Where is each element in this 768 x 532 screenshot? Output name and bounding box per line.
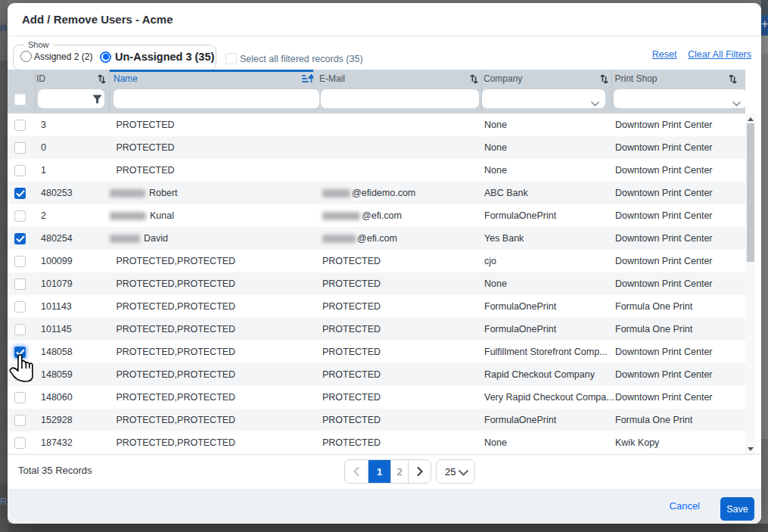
scroll-up-arrow[interactable] [745, 114, 755, 124]
cell-email: @efi.com [313, 227, 481, 250]
table-row[interactable]: 101145PROTECTED,PROTECTEDPROTECTEDFormul… [8, 318, 745, 341]
table-header: IDNameE-MailCompanyPrint Shop [8, 70, 745, 114]
column-header-printshop[interactable]: Print Shop [611, 70, 745, 88]
id-filter-input[interactable] [38, 89, 104, 108]
page-size-select[interactable]: 25 [436, 459, 475, 484]
cell-company: ABC Bank [481, 182, 611, 204]
page-2-button[interactable]: 2 [390, 460, 408, 483]
column-header-email[interactable]: E-Mail [313, 70, 481, 88]
radio-unassigned[interactable]: Un-Assigned 3 (35) [100, 51, 214, 63]
cell-company: Yes Bank [481, 227, 611, 250]
cancel-button[interactable]: Cancel [670, 500, 700, 512]
radio-unassigned-label: Un-Assigned 3 (35) [115, 51, 214, 63]
table-row[interactable]: 148059PROTECTED,PROTECTEDPROTECTEDRapid … [8, 363, 745, 386]
table-row[interactable]: 101079PROTECTED,PROTECTEDPROTECTEDNoneDo… [8, 272, 745, 295]
column-header-name[interactable]: Name [109, 70, 313, 88]
filter-funnel-icon[interactable] [92, 93, 102, 107]
table-row[interactable]: 148060PROTECTED,PROTECTEDPROTECTEDVery R… [8, 386, 745, 409]
row-checkbox[interactable] [14, 120, 26, 131]
company-filter-select[interactable] [482, 89, 605, 108]
row-checkbox[interactable] [14, 142, 26, 154]
row-checkbox[interactable] [14, 392, 26, 403]
cell-company: None [481, 114, 611, 136]
cell-id: 148058 [35, 341, 109, 363]
radio-unassigned-circle[interactable] [100, 51, 111, 63]
page-1-button[interactable]: 1 [368, 460, 390, 483]
cell-id: 148059 [35, 363, 109, 386]
cell-id: 2 [35, 204, 109, 227]
save-button[interactable]: Save [720, 497, 754, 521]
scroll-down-arrow[interactable] [745, 443, 755, 454]
controls-row: Show Assigned 2 (2) Un-Assigned 3 (35) S… [8, 37, 761, 70]
cell-printshop: Downtown Print Center [611, 250, 745, 272]
row-checkbox[interactable] [14, 233, 26, 244]
table-row[interactable]: 187432PROTECTED,PROTECTEDPROTECTEDNoneKw… [8, 431, 745, 454]
table-row[interactable]: 0PROTECTEDNoneDowntown Print Center [8, 136, 745, 159]
cell-printshop: Downtown Print Center [611, 341, 745, 363]
prev-page-button[interactable] [345, 460, 368, 483]
cell-email: PROTECTED [313, 386, 481, 409]
row-checkbox[interactable] [14, 415, 26, 426]
sort-both-icon[interactable] [470, 74, 478, 84]
cell-name: PROTECTED,PROTECTED [109, 409, 313, 431]
row-checkbox[interactable] [14, 188, 26, 199]
sort-both-icon[interactable] [729, 74, 737, 84]
row-checkbox[interactable] [14, 301, 26, 313]
sort-ascending-icon[interactable] [302, 74, 314, 83]
cell-email: PROTECTED [313, 341, 481, 363]
select-all-checkbox[interactable] [225, 53, 237, 64]
name-filter-input[interactable] [113, 89, 319, 108]
cell-email: @efidemo.com [313, 182, 481, 204]
radio-assigned-circle[interactable] [20, 51, 32, 62]
reset-link[interactable]: Reset [652, 49, 677, 60]
cell-id: 0 [35, 136, 109, 159]
vertical-scrollbar[interactable] [745, 114, 755, 454]
table-row[interactable]: 148058PROTECTED,PROTECTEDPROTECTEDFulfil… [8, 341, 745, 363]
table-row[interactable]: 152928PROTECTED,PROTECTEDPROTECTEDFormul… [8, 409, 745, 431]
radio-assigned[interactable]: Assigned 2 (2) [20, 51, 92, 62]
row-checkbox[interactable] [14, 278, 26, 290]
table-row[interactable]: 480254David@efi.comYes BankDowntown Prin… [8, 227, 745, 250]
clear-all-filters-link[interactable]: Clear All Filters [688, 49, 751, 60]
table-row[interactable]: 101143PROTECTED,PROTECTEDPROTECTEDFormul… [8, 295, 745, 318]
cell-email: PROTECTED [313, 250, 481, 272]
backdrop-text-fragment: n [0, 21, 8, 35]
cell-email [313, 114, 481, 136]
select-page-checkbox[interactable] [14, 94, 26, 105]
select-all-filtered[interactable]: Select all filtered records (35) [225, 53, 363, 64]
table-row[interactable]: 1PROTECTEDNoneDowntown Print Center [8, 159, 745, 182]
table-row[interactable]: 2Kunal@efi.comFormulaOnePrintDowntown Pr… [8, 204, 745, 227]
table-row[interactable]: 100099PROTECTED,PROTECTEDPROTECTEDcjoDow… [8, 250, 745, 272]
redacted-text [322, 212, 360, 220]
table-row[interactable]: 3PROTECTEDNoneDowntown Print Center [8, 114, 745, 136]
filter-links: Reset Clear All Filters [644, 49, 751, 60]
column-label: E-Mail [319, 73, 470, 84]
column-header-company[interactable]: Company [481, 70, 611, 88]
column-label: Name [113, 73, 302, 84]
printshop-filter-select[interactable] [614, 89, 747, 108]
row-checkbox[interactable] [14, 347, 26, 358]
row-checkbox[interactable] [14, 437, 26, 449]
sort-both-icon[interactable] [600, 74, 608, 84]
sort-both-icon[interactable] [98, 74, 106, 84]
backdrop-strip [8, 524, 768, 532]
cell-id: 3 [35, 114, 109, 136]
scrollbar-thumb[interactable] [747, 123, 754, 262]
cell-id: 100099 [35, 250, 109, 272]
next-page-button[interactable] [408, 460, 431, 483]
cell-email: @efi.com [313, 204, 481, 227]
column-header-id[interactable]: ID [35, 70, 109, 88]
row-checkbox[interactable] [14, 210, 26, 222]
row-checkbox[interactable] [14, 256, 26, 267]
cell-id: 1 [35, 159, 109, 182]
row-checkbox[interactable] [14, 165, 26, 176]
cell-id: 480253 [35, 182, 109, 204]
email-filter-input[interactable] [321, 89, 479, 108]
row-checkbox[interactable] [14, 369, 26, 381]
row-checkbox[interactable] [14, 324, 26, 335]
backdrop-strip [0, 61, 8, 484]
cell-printshop: Downtown Print Center [611, 363, 745, 386]
cell-name: Kunal [109, 204, 313, 227]
table-row[interactable]: 480253Robert@efidemo.comABC BankDowntown… [8, 182, 745, 204]
cell-company: Rapid Checkout Company [481, 363, 611, 386]
